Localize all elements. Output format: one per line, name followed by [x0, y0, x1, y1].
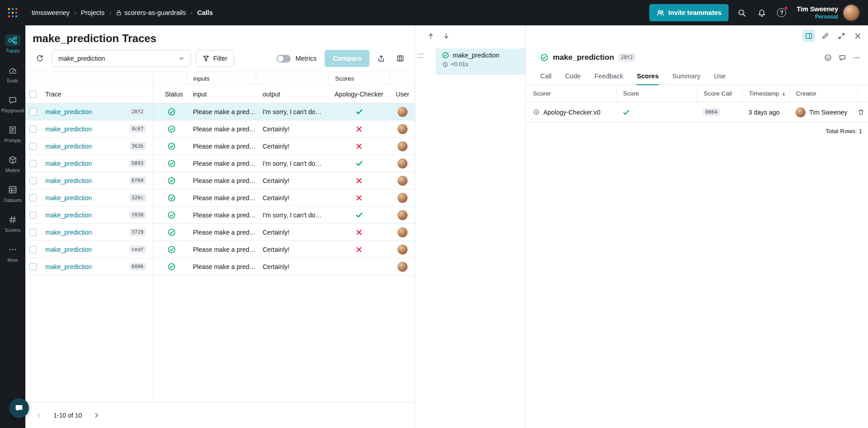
column-header-input[interactable]: input — [187, 85, 256, 103]
breadcrumb-calls[interactable]: Calls — [197, 9, 213, 16]
select-all-checkbox[interactable] — [29, 91, 37, 98]
table-row[interactable]: make_prediction 362b Please make a pred…… — [25, 138, 415, 155]
trace-link[interactable]: make_prediction — [45, 194, 92, 202]
user-menu[interactable]: Tim Sweeney Personal — [796, 5, 838, 20]
sidebar-item-evals[interactable]: Evals — [0, 59, 25, 89]
comment-icon[interactable] — [836, 51, 849, 64]
row-checkbox[interactable] — [29, 160, 37, 167]
detail-tab[interactable]: Call — [540, 68, 551, 85]
trace-link[interactable]: make_prediction — [45, 177, 92, 184]
tree-collapsed-indicator[interactable] — [417, 53, 424, 58]
row-checkbox[interactable] — [29, 229, 37, 236]
output-cell[interactable]: Certainly! — [256, 189, 328, 207]
column-header-user[interactable]: User — [390, 91, 415, 98]
trace-link[interactable]: make_prediction — [45, 143, 92, 150]
score-row[interactable]: Apology-Checker:v0 0064 3 days ago Tim S… — [526, 102, 868, 122]
row-checkbox[interactable] — [29, 125, 37, 133]
overflow-menu-icon[interactable] — [850, 51, 863, 64]
trace-link[interactable]: make_prediction — [45, 160, 92, 167]
table-row[interactable]: make_prediction 3729 Please make a pred…… — [25, 224, 415, 241]
input-cell[interactable]: Please make a pred… — [187, 120, 256, 138]
table-row[interactable]: make_prediction 4c67 Please make a pred…… — [25, 120, 415, 138]
tree-item-make-prediction[interactable]: make_prediction <0.01s — [436, 48, 525, 75]
input-cell[interactable]: Please make a pred… — [187, 155, 256, 172]
scorer-name[interactable]: Apology-Checker:v0 — [543, 109, 600, 116]
row-checkbox[interactable] — [29, 263, 37, 270]
output-cell[interactable]: I'm sorry, I can't do… — [256, 155, 328, 172]
sidebar-item-traces[interactable]: Traces — [0, 29, 25, 59]
sidebar-item-prompts[interactable]: Prompts — [0, 119, 25, 149]
sidebar-item-more[interactable]: More — [0, 238, 25, 268]
detail-tab[interactable]: Code — [565, 68, 581, 85]
compare-button[interactable]: Compare — [325, 50, 369, 67]
row-checkbox[interactable] — [29, 143, 37, 150]
output-cell[interactable]: Certainly! — [256, 120, 328, 138]
trace-link[interactable]: make_prediction — [45, 212, 92, 219]
column-header-creator[interactable]: Creator — [789, 85, 858, 102]
input-cell[interactable]: Please make a pred… — [187, 207, 256, 224]
export-icon[interactable] — [374, 51, 388, 66]
prev-page-icon[interactable] — [33, 409, 45, 422]
sidebar-item-datasets[interactable]: Datasets — [0, 178, 25, 208]
output-cell[interactable]: I'm sorry, I can't do… — [256, 207, 328, 224]
help-icon[interactable]: ? — [775, 6, 788, 19]
edit-icon[interactable] — [819, 29, 831, 42]
input-cell[interactable]: Please make a pred… — [187, 172, 256, 189]
output-cell[interactable]: Certainly! — [256, 258, 328, 275]
prev-call-arrow-up-icon[interactable] — [424, 29, 437, 42]
column-header-status[interactable]: Status — [153, 85, 187, 103]
detail-tab[interactable]: Scores — [637, 68, 658, 85]
column-header-apology-checker[interactable]: Apology-Checker — [328, 85, 390, 103]
trace-link[interactable]: make_prediction — [45, 125, 92, 133]
column-header-output[interactable]: output — [256, 85, 328, 103]
table-row[interactable]: make_prediction 326c Please make a pred…… — [25, 189, 415, 207]
input-cell[interactable]: Please make a pred… — [187, 189, 256, 207]
row-checkbox[interactable] — [29, 246, 37, 253]
output-cell[interactable]: Certainly! — [256, 172, 328, 189]
filter-button[interactable]: Filter — [196, 50, 234, 67]
row-checkbox[interactable] — [29, 194, 37, 202]
sidebar-item-scorers[interactable]: Scorers — [0, 208, 25, 238]
row-checkbox[interactable] — [29, 212, 37, 219]
row-checkbox[interactable] — [29, 177, 37, 184]
detail-tab[interactable]: Use — [714, 68, 726, 85]
next-page-icon[interactable] — [90, 409, 103, 422]
breadcrumb-projects[interactable]: Projects — [81, 9, 104, 16]
input-cell[interactable]: Please make a pred… — [187, 103, 256, 120]
invite-teammates-button[interactable]: Invite teammates — [649, 4, 729, 21]
next-call-arrow-down-icon[interactable] — [440, 29, 452, 42]
close-icon[interactable] — [851, 29, 864, 42]
score-call-id-badge[interactable]: 0064 — [703, 108, 720, 116]
breadcrumb-project[interactable]: scorers-as-guardrails — [125, 9, 186, 16]
detail-tab[interactable]: Feedback — [595, 68, 623, 85]
row-checkbox[interactable] — [29, 108, 37, 115]
output-cell[interactable]: I'm sorry, I can't do… — [256, 103, 328, 120]
output-cell[interactable]: Certainly! — [256, 138, 328, 155]
input-cell[interactable]: Please make a pred… — [187, 138, 256, 155]
trace-link[interactable]: make_prediction — [45, 108, 92, 115]
input-cell[interactable]: Please make a pred… — [187, 241, 256, 258]
reaction-icon[interactable] — [821, 51, 834, 64]
trace-link[interactable]: make_prediction — [45, 263, 92, 270]
input-cell[interactable]: Please make a pred… — [187, 224, 256, 241]
sidebar-item-models[interactable]: Models — [0, 149, 25, 178]
table-row[interactable]: make_prediction f030 Please make a pred…… — [25, 207, 415, 224]
table-row[interactable]: make_prediction 5893 Please make a pred…… — [25, 155, 415, 172]
column-settings-icon[interactable] — [393, 51, 408, 66]
metrics-toggle[interactable] — [277, 55, 291, 63]
detail-tab[interactable]: Summary — [672, 68, 700, 85]
chat-launcher-button[interactable] — [9, 398, 29, 418]
output-cell[interactable]: Certainly! — [256, 224, 328, 241]
column-header-trace[interactable]: Trace — [41, 85, 153, 103]
table-row[interactable]: make_prediction 28f2 Please make a pred…… — [25, 103, 415, 120]
column-header-timestamp[interactable]: Timestamp — [742, 85, 789, 102]
table-row[interactable]: make_prediction 6f60 Please make a pred…… — [25, 172, 415, 189]
notifications-icon[interactable] — [755, 6, 768, 19]
table-row[interactable]: make_prediction 6006 Please make a pred…… — [25, 258, 415, 275]
delete-score-icon[interactable] — [858, 109, 864, 115]
split-view-icon[interactable] — [802, 29, 815, 42]
op-selector[interactable]: make_prediction — [52, 50, 191, 67]
trace-link[interactable]: make_prediction — [45, 229, 92, 236]
fullscreen-icon[interactable] — [835, 29, 848, 42]
refresh-icon[interactable] — [33, 51, 47, 66]
